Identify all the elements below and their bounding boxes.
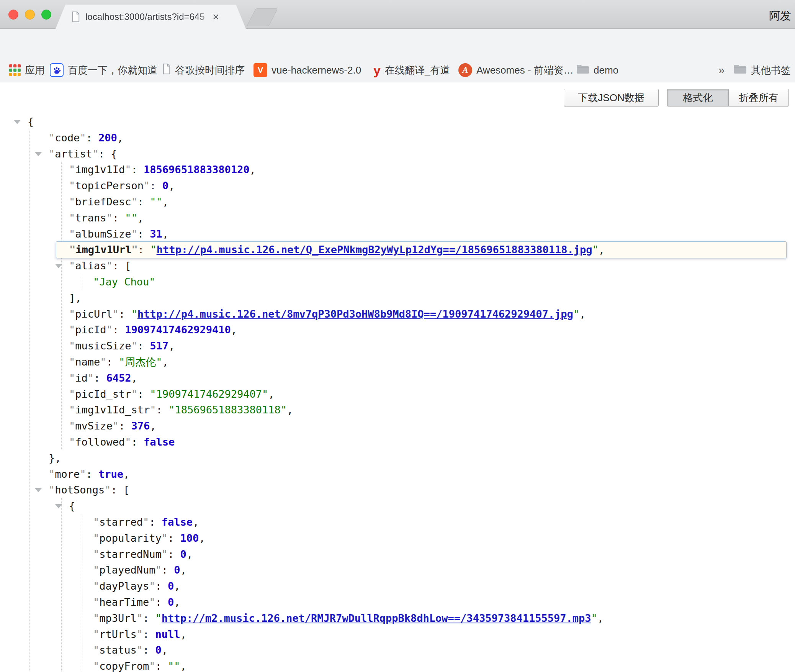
page-content: 下载JSON数据 格式化 折叠所有 {"code": 200,"artist":… [0, 82, 795, 672]
collapse-arrow-icon[interactable] [55, 504, 62, 508]
json-row-musicSize: "musicSize": 517, [0, 338, 795, 354]
collapse-all-button[interactable]: 折叠所有 [728, 89, 789, 107]
collapse-arrow-icon[interactable] [35, 488, 42, 492]
bookmark-youdao[interactable]: y 在线翻译_有道 [373, 58, 450, 82]
json-row-playedNum: "playedNum": 0, [0, 562, 795, 578]
bookmark-label: 在线翻译_有道 [385, 64, 450, 77]
profile-name[interactable]: 阿发 [769, 8, 791, 24]
collapse-arrow-icon[interactable] [55, 264, 62, 268]
fullscreen-window-button[interactable] [41, 10, 51, 20]
json-row: { [0, 114, 795, 130]
bookmark-vue-hackernews[interactable]: V vue-hackernews-2.0 [254, 58, 361, 82]
bookmark-label: 百度一下，你就知道 [68, 64, 157, 77]
browser-tab[interactable]: localhost:3000/artists?id=645 × [56, 5, 246, 29]
bookmark-label: demo [594, 64, 618, 76]
bookmark-label: Awesomes - 前端资… [476, 64, 574, 77]
json-row-starredNum: "starredNum": 0, [0, 546, 795, 562]
json-row-albumSize: "albumSize": 31, [0, 226, 795, 242]
view-mode-group: 格式化 折叠所有 [667, 89, 789, 107]
json-url-link[interactable]: http://p4.music.126.net/Q_ExePNkmgB2yWyL… [157, 244, 592, 256]
tab-title: localhost:3000/artists?id=645 [85, 11, 212, 22]
bookmark-label: 谷歌按时间排序 [175, 64, 245, 77]
json-row-alias: "alias": [ [0, 258, 795, 274]
json-tree: {"code": 200,"artist": {"img1v1Id": 1856… [0, 114, 795, 672]
json-row-followed: "followed": false [0, 434, 795, 450]
bookmarks-bar: 应用 百度一下，你就知道 谷歌按时间排序 V vue-hackernews-2.… [0, 58, 795, 82]
json-url-link[interactable]: http://p4.music.126.net/8mv7qP30Pd3oHW8b… [137, 308, 573, 320]
window-controls [8, 10, 51, 20]
json-row-popularity: "popularity": 100, [0, 530, 795, 546]
json-row-dayPlays: "dayPlays": 0, [0, 578, 795, 594]
json-row: }, [0, 450, 795, 466]
vue-icon: V [254, 63, 267, 77]
collapse-arrow-icon[interactable] [35, 152, 42, 156]
format-button[interactable]: 格式化 [667, 89, 728, 107]
json-row-hotSongs: "hotSongs": [ [0, 482, 795, 498]
json-row: { [0, 498, 795, 514]
bookmark-google-sort[interactable]: 谷歌按时间排序 [162, 58, 245, 82]
new-tab-button[interactable] [247, 8, 278, 26]
awesomes-icon: A [458, 63, 472, 77]
json-row-more: "more": true, [0, 466, 795, 482]
json-row-mvSize: "mvSize": 376, [0, 418, 795, 434]
document-icon [162, 64, 171, 77]
close-window-button[interactable] [8, 10, 18, 20]
json-row-hearTime: "hearTime": 0, [0, 594, 795, 610]
json-row-id: "id": 6452, [0, 370, 795, 386]
bookmark-baidu[interactable]: 百度一下，你就知道 [50, 58, 157, 82]
json-row-topicPerson: "topicPerson": 0, [0, 178, 795, 194]
json-row-name: "name": "周杰伦", [0, 354, 795, 370]
toolbar: localhost:3000/artists?id=6452 V en 英 FE… [0, 29, 795, 58]
tab-close-icon[interactable]: × [213, 11, 219, 23]
json-row-img1v1Id: "img1v1Id": 18569651883380120, [0, 162, 795, 178]
json-url-link[interactable]: http://m2.music.126.net/RMJR7wDullRqppBk… [162, 612, 591, 624]
bookmark-demo-folder[interactable]: demo [576, 58, 618, 82]
bookmark-awesomes[interactable]: A Awesomes - 前端资… [458, 58, 574, 82]
json-row-artist: "artist": { [0, 146, 795, 162]
bookmark-label: vue-hackernews-2.0 [272, 64, 361, 76]
apps-grid-icon [9, 64, 21, 76]
folder-icon [734, 64, 747, 77]
json-row-picId: "picId": 19097417462929410, [0, 322, 795, 338]
page-document-icon [72, 11, 80, 22]
baidu-paw-icon [50, 63, 64, 77]
json-row-mp3Url: "mp3Url": "http://m2.music.126.net/RMJR7… [0, 610, 795, 626]
json-row-img1v1Id_str: "img1v1Id_str": "18569651883380118", [0, 402, 795, 418]
json-row-img1v1Url: "img1v1Url": "http://p4.music.126.net/Q_… [56, 241, 787, 258]
json-row: "Jay Chou" [0, 274, 795, 290]
json-row: ], [0, 290, 795, 306]
json-row-briefDesc: "briefDesc": "", [0, 194, 795, 210]
youdao-icon: y [373, 64, 381, 76]
json-row-code: "code": 200, [0, 130, 795, 146]
json-row-trans: "trans": "", [0, 210, 795, 226]
json-row-picUrl: "picUrl": "http://p4.music.126.net/8mv7q… [0, 306, 795, 322]
tab-strip: localhost:3000/artists?id=645 × 阿发 [0, 0, 795, 29]
minimize-window-button[interactable] [25, 10, 35, 20]
bookmarks-overflow-chevron[interactable]: » [718, 58, 725, 82]
json-row-status: "status": 0, [0, 642, 795, 658]
download-json-button[interactable]: 下载JSON数据 [564, 89, 659, 107]
bookmark-label: 应用 [25, 64, 45, 77]
json-row-starred: "starred": false, [0, 514, 795, 530]
bookmark-apps[interactable]: 应用 [9, 58, 45, 82]
collapse-arrow-icon[interactable] [14, 120, 21, 124]
browser-window: { "window": { "profile_name": "阿发" }, "t… [0, 0, 795, 672]
folder-icon [576, 64, 589, 77]
other-bookmarks-folder[interactable]: 其他书签 [734, 58, 791, 82]
json-row-picId_str: "picId_str": "19097417462929407", [0, 386, 795, 402]
json-row-rtUrls: "rtUrls": null, [0, 626, 795, 642]
json-row-copyFrom: "copyFrom": "", [0, 658, 795, 672]
bookmark-label: 其他书签 [751, 64, 791, 77]
